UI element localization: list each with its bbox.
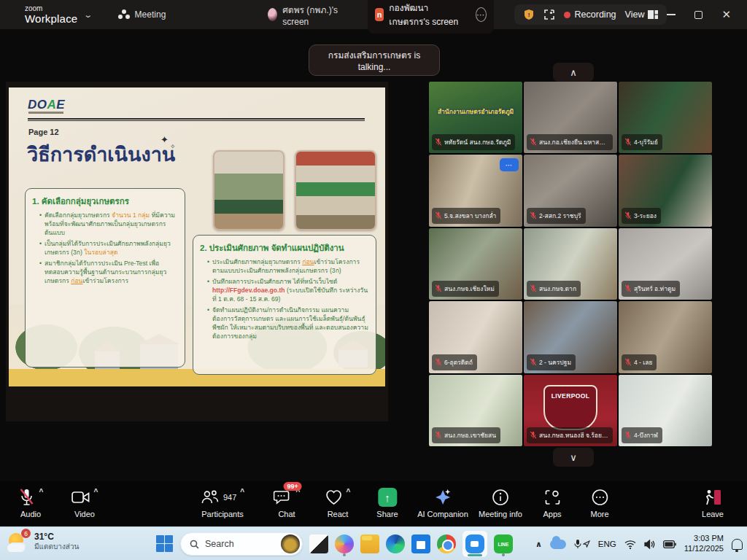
notification-bell-icon[interactable] (732, 539, 743, 550)
tab-screen2-label: กองพัฒนาเกษตรกร's screen (389, 1, 465, 28)
participant-name-label: 2 - นครปฐม (527, 354, 576, 370)
share-screen-icon: ↑ (378, 488, 397, 507)
participant-tile[interactable]: สนง.กอ.เชียงยืน มหาสารค... (524, 82, 617, 153)
mic-in-use-icon[interactable] (574, 540, 590, 549)
file-explorer-button[interactable] (360, 534, 379, 553)
taskbar-apps: Search LINE (156, 531, 513, 557)
tile-more-button[interactable]: ⋯ (500, 158, 519, 171)
share-button[interactable]: ↑ Share (376, 486, 398, 518)
weather-widget[interactable]: 6 31°C มีแดดบางส่วน (7, 531, 79, 553)
task-view-button[interactable] (309, 534, 328, 553)
apps-button[interactable]: Apps (543, 486, 561, 518)
participant-name: 3-ระยอง (634, 211, 657, 221)
participant-name-label: สนง.กษจ.เชียงใหม่ (432, 281, 499, 297)
participant-name-label: สนง.กษอ.หนองฮี จ.ร้อยเอ็ด (527, 427, 613, 443)
tab-options-icon[interactable]: ⋯ (476, 7, 487, 22)
participant-name: 5.จ.สงขลา บางกล่ำ (444, 211, 496, 221)
apps-label: Apps (543, 510, 561, 518)
participant-name: สนง.กษอ.เขาชัยสน (444, 430, 496, 440)
workspace-chevron-icon[interactable]: ⌄ (84, 10, 93, 20)
tab-meeting[interactable]: Meeting (111, 5, 174, 24)
participant-tile[interactable]: สำนักงานเกษตรอำเภอรัตภูมิหทัยรัตน์ สนง.ก… (429, 82, 522, 153)
participant-tile[interactable]: 6-อุตรดิตถ์ (429, 301, 522, 373)
ai-companion-button[interactable]: AI Companion (417, 486, 468, 518)
doae-logo-subtitle (28, 112, 63, 114)
participant-tile[interactable]: สนง.กษจ.เชียงใหม่ (429, 228, 522, 300)
muted-mic-icon (435, 209, 442, 222)
muted-mic-icon (530, 356, 537, 369)
participants-label: Participants (201, 510, 243, 518)
talking-toast-text: กรมส่งเสริมการเกษตร is talking... (317, 48, 432, 72)
meeting-info-button[interactable]: Meeting info (479, 486, 522, 518)
participant-tile[interactable]: สนง.กษจ.ตาก (524, 228, 617, 300)
wifi-icon[interactable] (624, 540, 636, 549)
heart-icon (325, 489, 343, 505)
zoom-workplace-logo[interactable]: zoom Workplace ⌄ (25, 5, 92, 24)
participant-tile[interactable]: 2 - นครปฐม (524, 301, 617, 373)
participant-tile[interactable]: 4-บุรีรัมย์ (619, 82, 712, 153)
microsoft-store-button[interactable] (411, 534, 430, 553)
zoom-app-button[interactable] (462, 531, 487, 557)
chrome-button[interactable] (437, 534, 456, 553)
chat-button[interactable]: 99+ ^ Chat (274, 486, 301, 518)
participant-tile[interactable]: 2-สสก.2 ราชบุรี (524, 155, 617, 226)
copilot-button[interactable] (335, 534, 354, 553)
edge-button[interactable] (386, 534, 405, 553)
tab-screen2-active[interactable]: n กองพัฒนาเกษตรกร's screen ⋯ (368, 0, 494, 34)
slide-bullet: ประเมินศักยภาพกลุ่มยุวเกษตรกร ก่อนเข้าร่… (207, 257, 369, 275)
tray-overflow-chevron[interactable]: ∧ (535, 540, 542, 549)
volume-icon[interactable] (644, 540, 655, 549)
line-app-button[interactable]: LINE (494, 534, 513, 553)
participant-name: สุรินทร์ อ.ท่าตูม (634, 284, 676, 294)
participants-count: 947 (223, 493, 236, 502)
audio-label: Audio (20, 510, 41, 518)
participant-tile[interactable]: ⋯5.จ.สงขลา บางกล่ำ (429, 155, 522, 226)
camera-icon (71, 490, 90, 505)
tab-screen1[interactable]: ศตพร (กพภ.)'s screen (260, 0, 349, 31)
taskbar-clock[interactable]: 3:03 PM 11/12/2025 (684, 534, 724, 554)
participant-tile[interactable]: 4-บึงกาฬ (619, 375, 712, 446)
audio-menu-chevron[interactable]: ^ (39, 488, 44, 496)
view-label: View (625, 9, 645, 20)
tab-meeting-label: Meeting (135, 9, 166, 20)
meeting-toolbar: ^ Audio ^ Video 947 (0, 481, 747, 526)
leave-button[interactable]: Leave (702, 486, 724, 518)
gallery-scroll-up-button[interactable]: ∧ (553, 63, 594, 82)
start-button[interactable] (156, 535, 174, 553)
close-button[interactable]: ✕ (721, 8, 731, 21)
zoom-window: zoom Workplace ⌄ Meeting ศตพร (กพภ.)'s s… (0, 0, 747, 560)
audio-button[interactable]: ^ Audio (18, 486, 44, 518)
participants-icon (201, 489, 220, 505)
ai-companion-label: AI Companion (417, 510, 468, 518)
gallery-scroll-down-button[interactable]: ∨ (553, 448, 594, 467)
minimize-button[interactable] (667, 14, 676, 15)
react-menu-chevron[interactable]: ^ (347, 488, 351, 496)
battery-icon[interactable] (663, 540, 676, 548)
recording-indicator[interactable]: Recording (564, 9, 616, 20)
search-highlight-image[interactable] (281, 534, 300, 553)
react-label: React (328, 510, 349, 518)
view-button[interactable]: View (625, 9, 659, 20)
participant-tile[interactable]: สนง.กษอ.เขาชัยสน (429, 375, 522, 446)
muted-mic-icon (435, 282, 442, 295)
fullscreen-icon[interactable] (543, 9, 555, 20)
participant-avatar (268, 8, 277, 21)
participant-tile[interactable]: 4 - เลย (619, 301, 712, 373)
language-indicator[interactable]: ENG (598, 540, 616, 548)
more-button[interactable]: More (590, 486, 608, 518)
video-button[interactable]: ^ Video (71, 486, 98, 518)
video-menu-chevron[interactable]: ^ (94, 488, 98, 496)
participant-tile[interactable]: 3-ระยอง (619, 155, 712, 226)
security-shield-icon[interactable]: ! (523, 9, 535, 20)
participants-menu-chevron[interactable]: ^ (240, 488, 244, 496)
maximize-button[interactable] (694, 11, 703, 19)
search-box[interactable]: Search (180, 532, 303, 556)
search-placeholder: Search (205, 539, 275, 549)
participant-tile[interactable]: สุรินทร์ อ.ท่าตูม (619, 228, 712, 300)
react-button[interactable]: ^ React (325, 486, 351, 518)
participants-button[interactable]: 947 ^ Participants (201, 486, 244, 518)
screen-share-badge-icon: n (375, 8, 384, 21)
onedrive-icon[interactable] (550, 540, 566, 549)
participant-tile[interactable]: LIVERPOOLสนง.กษอ.หนองฮี จ.ร้อยเอ็ด (524, 375, 617, 446)
chat-label: Chat (278, 510, 295, 518)
